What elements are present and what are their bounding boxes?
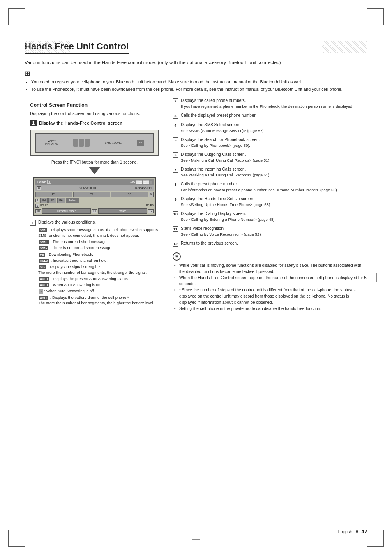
hf-p2[interactable]: P2 <box>73 192 110 197</box>
hf-badge-num: 8 <box>149 192 154 197</box>
knob <box>73 139 78 147</box>
step1-label: Display the Hands-Free Control screen <box>39 120 122 125</box>
num-badge-6: 6 <box>173 152 178 158</box>
right-num-row-3: 3 Calls the displayed preset phone numbe… <box>173 113 367 119</box>
right-desc-6-text: Displays the Outgoing Calls screen. See … <box>181 152 367 163</box>
right-desc-12: 12 Returns to the previous screen. <box>173 240 367 247</box>
hf-p5c: P5 <box>146 204 150 208</box>
note-circle-icon: ⊞ <box>173 252 181 261</box>
crosshair-bottom <box>192 535 200 543</box>
note-icon-box: ⊞ <box>173 252 367 261</box>
crosshair-top <box>192 12 200 20</box>
knob3 <box>85 139 90 147</box>
hf-top-bar: Hands 1 SMS ▓▓▓ ▓▓▓ ||| <box>35 179 154 185</box>
desc-1-sub9: a : When Auto Answering is off <box>38 288 159 294</box>
right-num-row-7: 7 Displays the Incoming Calls screen. Se… <box>173 166 367 178</box>
right-desc-list: 2 Displays the called phone numbers. If … <box>173 98 367 247</box>
screen-controls <box>73 139 90 147</box>
right-desc-12-text: Returns to the previous screen. <box>181 240 367 246</box>
language-label: English <box>337 529 352 534</box>
screen-btn1[interactable]: FNC <box>137 140 144 146</box>
page-number: 47 <box>362 528 367 534</box>
num-badge-2: 2 <box>173 98 178 104</box>
hf-bottom-row: 10 Direct Number 11 Voice 12 <box>35 208 154 214</box>
desc-1-text: Displays the various conditions. <box>38 220 159 225</box>
right-num-row-5: 5 Displays the Search for Phonebook scre… <box>173 137 367 148</box>
hf-row2: 9 P4 P5 P6 Select <box>35 198 154 203</box>
hf-p3[interactable]: P3 <box>111 192 148 197</box>
notes-section: ⊞ While your car is moving, some functio… <box>173 252 367 312</box>
step1-instruction: Press the [FNC] button for more than 1 s… <box>30 160 159 164</box>
desc-1-sub10: BATT : Displays the battery drain of the… <box>38 295 159 306</box>
hf-voice[interactable]: Voice <box>98 208 147 214</box>
section-subtitle: Displaying the control screen and using … <box>30 111 159 117</box>
step1-header: 1 Display the Hands-Free Control screen <box>30 120 159 126</box>
section-title: Control Screen Function <box>30 102 159 108</box>
knob2 <box>79 139 84 147</box>
num-badge-8: 8 <box>173 182 178 187</box>
intro-bullet-1: You need to register your cell-phone to … <box>31 79 367 86</box>
right-desc-9: 9 Displays the Hands-Free Set Up screen.… <box>173 196 367 208</box>
right-desc-10: 10 Displays the Dialing Display screen. … <box>173 211 367 222</box>
screen-label-right: SMS ●ZONE <box>105 141 122 144</box>
device-screen-container: ●CITYPREVIEW SMS ●ZONE FNC <box>30 130 159 156</box>
hold-icon: HOLD <box>39 259 49 263</box>
auto-off-icon: a <box>39 289 43 294</box>
corner-bl <box>8 530 25 547</box>
corner-tl <box>8 8 25 25</box>
hf-p5[interactable]: P5 <box>48 198 56 203</box>
num-badge-9: 9 <box>173 197 178 202</box>
hf-status-icons: SMS ▓▓▓ ▓▓▓ ||| <box>129 180 152 183</box>
hf-name: KENWOOD <box>79 186 96 190</box>
right-desc-7: 7 Displays the Incoming Calls screen. Se… <box>173 166 367 178</box>
hf-select[interactable]: Select <box>66 198 79 203</box>
hf-p6b: P6 <box>150 204 154 208</box>
desc-1-sub3: SMS- : There is no unread short message. <box>38 245 159 250</box>
right-num-row-6: 6 Displays the Outgoing Calls screen. Se… <box>173 152 367 163</box>
num-badge-1: 1 <box>30 220 36 226</box>
num-badge-11: 11 <box>173 226 178 232</box>
right-desc-3-text: Calls the displayed preset phone number. <box>181 113 367 118</box>
desc-1-sub7: AUTO : Displays the present Auto Answeri… <box>38 276 159 281</box>
hf-p6[interactable]: P6 <box>57 198 65 203</box>
right-desc-5: 5 Displays the Search for Phonebook scre… <box>173 137 367 148</box>
hatch-right <box>322 41 367 53</box>
right-desc-9-text: Displays the Hands-Free Set Up screen. S… <box>181 196 367 208</box>
sms-unread-icon: SMS+ <box>39 240 49 244</box>
right-num-row-12: 12 Returns to the previous screen. <box>173 240 367 247</box>
desc-1-row: 1 Displays the various conditions. <box>30 220 159 226</box>
section-box: Control Screen Function Displaying the c… <box>25 98 164 313</box>
hf-num: 0426465111 <box>134 186 152 190</box>
left-column: Control Screen Function Displaying the c… <box>25 98 164 318</box>
hf-title: Hands 1 <box>37 180 51 184</box>
desc-1-sub6: SIG : Displays the signal strength.* The… <box>38 264 159 275</box>
num-badge-4: 4 <box>173 123 178 128</box>
note-3: * Since the number of steps of the contr… <box>174 287 367 305</box>
hf-num10: 10 <box>35 209 41 213</box>
hf-info-row: 8 KENWOOD 0426465111 <box>35 185 154 191</box>
hf-p1[interactable]: P1 <box>35 192 72 197</box>
note-bullets: While your car is moving, some functions… <box>174 262 367 312</box>
desc-1-sub2: SMS+ : There is unread short message. <box>38 239 159 244</box>
right-desc-2: 2 Displays the called phone numbers. If … <box>173 98 367 109</box>
right-desc-7-text: Displays the Incoming Calls screen. See … <box>181 166 367 178</box>
right-desc-3: 3 Calls the displayed preset phone numbe… <box>173 113 367 119</box>
right-num-row-2: 2 Displays the called phone numbers. If … <box>173 98 367 109</box>
hf-num9: 9 <box>35 199 39 202</box>
right-num-row-4: 4 Displays the SMS Select screen. See <S… <box>173 122 367 134</box>
hf-p4[interactable]: P4 <box>40 198 48 203</box>
hf-direct[interactable]: Direct Number <box>42 208 91 214</box>
step1-num: 1 <box>30 120 37 126</box>
right-desc-6: 6 Displays the Outgoing Calls screen. Se… <box>173 152 367 163</box>
device-top-screen: ●CITYPREVIEW SMS ●ZONE FNC <box>35 133 154 153</box>
hf-num-badge-8: 8 <box>37 186 41 190</box>
desc-1-sub4: PB : Downloading Phonebook. <box>38 252 159 257</box>
desc-1: 1 Displays the various conditions. SMS :… <box>30 220 159 305</box>
hf-num11: 11 <box>92 209 97 213</box>
right-desc-8: 8 Calls the preset phone number. For inf… <box>173 181 367 193</box>
intro-bullet-2: To use the Phonebook, it must have been … <box>31 86 367 93</box>
hf-middle-row: 3 P2 P5 P5 P6 <box>35 204 154 208</box>
batt-icon: BATT <box>39 296 48 300</box>
desc-1-sub5: HOLD : Indicates there is a call on hold… <box>38 258 159 263</box>
right-num-row-9: 9 Displays the Hands-Free Set Up screen.… <box>173 196 367 208</box>
